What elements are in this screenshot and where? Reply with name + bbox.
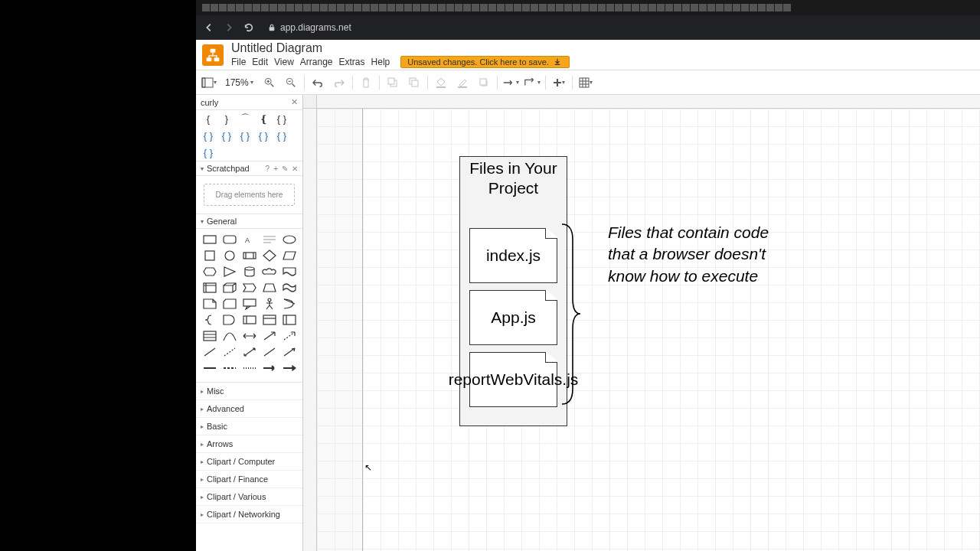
browser-tab-favicon[interactable] — [463, 4, 471, 11]
browser-tab-favicon[interactable] — [354, 4, 361, 11]
browser-tab-favicon[interactable] — [362, 4, 370, 11]
scratchpad-add-icon[interactable]: + — [273, 165, 278, 173]
shape-textbox[interactable] — [262, 233, 277, 246]
reload-button[interactable] — [242, 21, 256, 34]
shape-container-h[interactable] — [262, 314, 277, 326]
shape-parallelogram[interactable] — [282, 249, 297, 262]
shape-link-arrow[interactable] — [262, 362, 277, 374]
shape-card[interactable] — [222, 298, 237, 310]
browser-tab-favicon[interactable] — [615, 4, 622, 11]
browser-tab-favicon[interactable] — [724, 4, 732, 11]
shape-trapezoid[interactable] — [262, 282, 277, 294]
browser-tab-favicon[interactable] — [396, 4, 403, 11]
browser-tab-favicon[interactable] — [345, 4, 353, 11]
shape-cloud[interactable] — [262, 266, 277, 278]
browser-tab-favicon[interactable] — [497, 4, 505, 11]
shape-ellipse[interactable] — [282, 233, 297, 246]
undo-button[interactable] — [309, 74, 326, 91]
browser-tab-favicon[interactable] — [261, 4, 269, 11]
browser-tab-favicon[interactable] — [320, 4, 328, 11]
view-dropdown[interactable]: ▾ — [201, 74, 217, 91]
browser-tab-favicon[interactable] — [581, 4, 589, 11]
browser-tab-favicon[interactable] — [547, 4, 555, 11]
shape-triangle[interactable] — [222, 266, 237, 278]
browser-tab-favicon[interactable] — [758, 4, 766, 11]
browser-tab-favicon[interactable] — [657, 4, 665, 11]
forward-button[interactable] — [222, 21, 236, 34]
shape-step[interactable] — [242, 282, 257, 294]
shape-text[interactable]: A — [242, 233, 257, 246]
shape-link-h[interactable] — [202, 362, 217, 374]
shape-link-dot[interactable] — [242, 362, 257, 374]
menu-view[interactable]: View — [274, 57, 294, 67]
scratchpad-header[interactable]: ▾ Scratchpad ? + ✎ ✕ — [196, 161, 302, 176]
shadow-button[interactable] — [475, 74, 492, 91]
file-note-3[interactable]: reportWebVitals.js — [469, 352, 557, 407]
to-front-button[interactable] — [384, 74, 401, 91]
shape-square[interactable] — [202, 249, 217, 262]
to-back-button[interactable] — [406, 74, 423, 91]
browser-tab-favicon[interactable] — [606, 4, 614, 11]
browser-tab-favicon[interactable] — [211, 4, 218, 11]
unsaved-warning[interactable]: Unsaved changes. Click here to save. — [400, 56, 570, 68]
browser-tab-favicon[interactable] — [699, 4, 707, 11]
app-logo[interactable] — [202, 44, 224, 66]
shape-line-plain[interactable] — [262, 346, 277, 358]
browser-tab-favicon[interactable] — [295, 4, 302, 11]
browser-tab-favicon[interactable] — [236, 4, 243, 11]
browser-tab-favicon[interactable] — [775, 4, 782, 11]
browser-tab-favicon[interactable] — [312, 4, 319, 11]
shape-line-curve[interactable] — [222, 330, 237, 342]
zoom-in-button[interactable] — [261, 74, 278, 91]
browser-tab-favicon[interactable] — [446, 4, 454, 11]
browser-tab-favicon[interactable] — [590, 4, 597, 11]
shape-actor[interactable] — [262, 298, 277, 310]
shape-arrow-diag2[interactable] — [282, 346, 297, 358]
menu-file[interactable]: File — [231, 57, 246, 67]
shape-diamond[interactable] — [262, 249, 277, 262]
back-button[interactable] — [202, 21, 216, 34]
browser-tab-favicon[interactable] — [227, 4, 235, 11]
shape-callout[interactable] — [242, 298, 257, 310]
browser-tab-favicon[interactable] — [438, 4, 446, 11]
redo-button[interactable] — [331, 74, 348, 91]
fill-color-button[interactable] — [433, 74, 449, 91]
browser-tab-favicon[interactable] — [707, 4, 715, 11]
annotation-text[interactable]: Files that contain code that a browser d… — [608, 222, 788, 287]
brace-blue-2-shape[interactable]: { } — [220, 130, 233, 141]
shape-arrow-ne[interactable] — [262, 330, 277, 342]
browser-tab-favicon[interactable] — [244, 4, 252, 11]
brace-blue-1-shape[interactable]: { } — [202, 130, 214, 141]
browser-tab-favicon[interactable] — [514, 4, 521, 11]
menu-arrange[interactable]: Arrange — [300, 57, 333, 67]
connection-dropdown[interactable]: ▾ — [502, 74, 519, 91]
browser-tab-favicon[interactable] — [480, 4, 488, 11]
address-field[interactable]: app.diagrams.net — [262, 21, 358, 34]
zoom-out-button[interactable] — [283, 74, 299, 91]
browser-tab-favicon[interactable] — [404, 4, 412, 11]
table-dropdown[interactable]: ▾ — [577, 74, 594, 91]
browser-tab-favicon[interactable] — [674, 4, 681, 11]
zoom-level[interactable]: 175% ▾ — [222, 77, 256, 89]
browser-tab-favicon[interactable] — [716, 4, 724, 11]
browser-tab-favicon[interactable] — [564, 4, 572, 11]
menu-edit[interactable]: Edit — [252, 57, 268, 67]
browser-tab-favicon[interactable] — [505, 4, 513, 11]
browser-tab-favicon[interactable] — [556, 4, 564, 11]
insert-dropdown[interactable]: ▾ — [550, 74, 567, 91]
browser-tab-favicon[interactable] — [598, 4, 606, 11]
shape-internal-storage[interactable] — [202, 282, 217, 294]
shape-cube[interactable] — [222, 282, 237, 294]
browser-tab-favicon[interactable] — [750, 4, 757, 11]
browser-tab-favicon[interactable] — [286, 4, 294, 11]
category-clipart-networking[interactable]: ▸Clipart / Networking — [196, 506, 302, 523]
browser-tab-favicon[interactable] — [531, 4, 538, 11]
shape-bidir-diag[interactable] — [242, 346, 257, 358]
scratchpad-edit-icon[interactable]: ✎ — [282, 165, 288, 173]
shape-bidir-arrow[interactable] — [242, 330, 257, 342]
browser-tab-favicon[interactable] — [691, 4, 698, 11]
shape-cylinder[interactable] — [242, 266, 257, 278]
browser-tab-favicon[interactable] — [766, 4, 774, 11]
shape-and[interactable] — [222, 314, 237, 326]
browser-tab-favicon[interactable] — [472, 4, 479, 11]
